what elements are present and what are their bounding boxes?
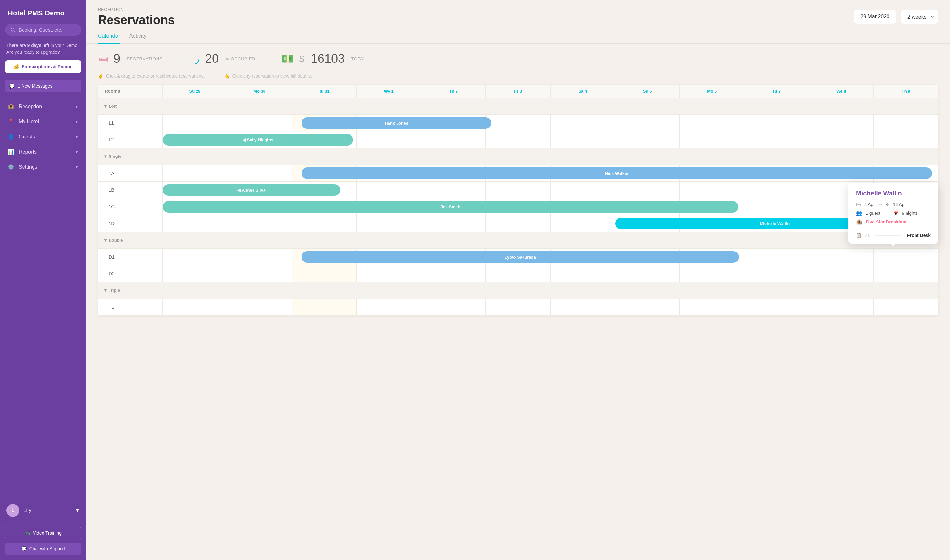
cell-L1-1[interactable]: [227, 115, 292, 131]
col-tu7: Tu 7: [744, 85, 809, 98]
cell-T1-11[interactable]: [874, 299, 938, 315]
cell-L1-9[interactable]: [744, 115, 809, 131]
cell-L2-7[interactable]: [615, 131, 680, 148]
cell-1D-3[interactable]: [356, 215, 421, 232]
sidebar-item-settings[interactable]: ⚙️ Settings ▼: [0, 159, 86, 175]
bar-hank-jones[interactable]: Hank Jones: [302, 117, 491, 129]
cell-L1-0[interactable]: [163, 115, 228, 131]
cell-1B-4[interactable]: [421, 182, 486, 198]
user-section[interactable]: L Lily ▼: [0, 500, 86, 522]
cell-L1-5[interactable]: [486, 115, 551, 131]
cell-L2-5[interactable]: [486, 131, 551, 148]
cell-D2-6[interactable]: [550, 265, 615, 282]
weeks-selector[interactable]: 2 weeks 1 week 4 weeks: [901, 10, 938, 24]
cell-L1-2[interactable]: Hank Jones: [292, 115, 357, 131]
cell-L2-4[interactable]: [421, 131, 486, 148]
sidebar-item-my-hotel[interactable]: 📍 My Hotel ▼: [0, 114, 86, 129]
cell-T1-8[interactable]: [680, 299, 744, 315]
cell-D2-1[interactable]: [227, 265, 292, 282]
cell-T1-1[interactable]: [227, 299, 292, 315]
cell-L1-7[interactable]: [615, 115, 680, 131]
cell-T1-3[interactable]: [356, 299, 421, 315]
cell-1A-0[interactable]: [163, 165, 228, 182]
avatar: L: [6, 504, 19, 517]
cell-D2-11[interactable]: [874, 265, 938, 282]
cell-1B-0[interactable]: ◀ Althea Silva: [163, 182, 228, 198]
cell-L2-11[interactable]: [874, 131, 938, 148]
tab-activity[interactable]: Activity: [129, 33, 146, 44]
cell-1A-1[interactable]: [227, 165, 292, 182]
cell-1B-7[interactable]: [615, 182, 680, 198]
video-training-button[interactable]: 📹 Video Training: [5, 526, 81, 539]
support-icon: 💬: [21, 546, 27, 551]
cell-1D-6[interactable]: [550, 215, 615, 232]
cell-D2-10[interactable]: [809, 265, 874, 282]
cell-D2-8[interactable]: [680, 265, 744, 282]
date-picker[interactable]: 29 Mar 2020: [854, 10, 896, 24]
cell-L2-0[interactable]: ◀ Sally Higgins: [163, 131, 228, 148]
upgrade-button[interactable]: 👑 Subscriptions & Pricing: [5, 60, 81, 73]
cell-T1-4[interactable]: [421, 299, 486, 315]
cell-T1-0[interactable]: [163, 299, 228, 315]
cell-1D-5[interactable]: [486, 215, 551, 232]
cell-L1-8[interactable]: [680, 115, 744, 131]
cell-D1-1[interactable]: [227, 249, 292, 265]
cell-D2-2[interactable]: [292, 265, 357, 282]
sidebar-item-reception[interactable]: 🏨 Reception ▼: [0, 99, 86, 114]
bar-lyoto-sakuraba[interactable]: Lyoto Sakuraba: [302, 251, 739, 263]
cell-1D-7[interactable]: Michelle Wallin: [615, 215, 680, 232]
cell-D1-10[interactable]: [809, 249, 874, 265]
cell-D2-9[interactable]: [744, 265, 809, 282]
cell-1B-6[interactable]: [550, 182, 615, 198]
cell-1B-3[interactable]: [356, 182, 421, 198]
cell-T1-2[interactable]: [292, 299, 357, 315]
sidebar-item-guests[interactable]: 👤 Guests ▼: [0, 129, 86, 144]
bar-sally-higgins[interactable]: ◀ Sally Higgins: [163, 134, 353, 146]
bar-joe-smith[interactable]: Joe Smith: [163, 201, 738, 212]
hint-drag-text: Click & drag to create or reschedule res…: [106, 74, 205, 78]
cell-D2-4[interactable]: [421, 265, 486, 282]
cell-L2-9[interactable]: [744, 131, 809, 148]
search-bar[interactable]: Booking, Guest, etc.: [5, 24, 81, 36]
cell-1C-0[interactable]: Joe Smith: [163, 198, 228, 215]
cell-L1-6[interactable]: [550, 115, 615, 131]
cell-1D-2[interactable]: [292, 215, 357, 232]
cell-D1-11[interactable]: [874, 249, 938, 265]
cell-T1-6[interactable]: [550, 299, 615, 315]
tab-calendar[interactable]: Calendar: [98, 33, 120, 44]
cell-L2-3[interactable]: [356, 131, 421, 148]
chat-support-button[interactable]: 💬 Chat with Support: [5, 543, 81, 555]
cell-L2-10[interactable]: [809, 131, 874, 148]
col-mo30: Mo 30: [227, 85, 292, 98]
page-header: RECEPTION Reservations 29 Mar 2020 2 wee…: [86, 0, 950, 27]
cell-1B-9[interactable]: [744, 182, 809, 198]
cell-D1-9[interactable]: [744, 249, 809, 265]
cell-L1-10[interactable]: [809, 115, 874, 131]
cell-1A-2[interactable]: Nick Walker: [292, 165, 357, 182]
cell-1D-4[interactable]: [421, 215, 486, 232]
cell-1D-0[interactable]: [163, 215, 228, 232]
cell-D1-0[interactable]: [163, 249, 228, 265]
cell-1B-5[interactable]: [486, 182, 551, 198]
bar-althea-silva[interactable]: ◀ Althea Silva: [163, 184, 340, 196]
cell-T1-9[interactable]: [744, 299, 809, 315]
cell-1D-1[interactable]: [227, 215, 292, 232]
cell-D1-2[interactable]: Lyoto Sakuraba: [292, 249, 357, 265]
cell-D2-5[interactable]: [486, 265, 551, 282]
sidebar-item-reports[interactable]: 📊 Reports ▼: [0, 144, 86, 159]
cell-D2-7[interactable]: [615, 265, 680, 282]
cell-L1-11[interactable]: [874, 115, 938, 131]
cell-L2-6[interactable]: [550, 131, 615, 148]
cell-D2-0[interactable]: [163, 265, 228, 282]
cell-L2-8[interactable]: [680, 131, 744, 148]
cell-1B-8[interactable]: [680, 182, 744, 198]
upgrade-label: Subscriptions & Pricing: [22, 64, 73, 69]
cell-T1-10[interactable]: [809, 299, 874, 315]
cell-D2-3[interactable]: [356, 265, 421, 282]
messages-button[interactable]: 💬 1 New Messages: [5, 80, 81, 92]
bar-nick-walker[interactable]: Nick Walker: [302, 168, 932, 179]
room-row-D2: D2: [98, 265, 938, 282]
cell-T1-5[interactable]: [486, 299, 551, 315]
cell-1C-9[interactable]: [744, 198, 809, 215]
cell-T1-7[interactable]: [615, 299, 680, 315]
